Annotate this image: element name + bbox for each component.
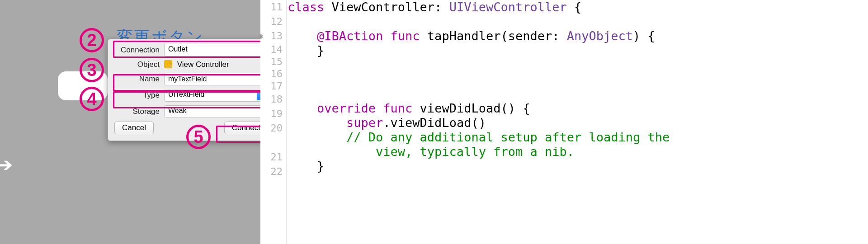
connection-select[interactable]: Outlet ▴▾ xyxy=(164,44,268,56)
storage-label: Storage xyxy=(114,107,164,116)
code-token: UIViewController xyxy=(449,0,567,14)
annotation-2-icon: 2 xyxy=(80,28,104,52)
line-number: 14 xyxy=(260,43,283,56)
object-label: Object xyxy=(114,60,164,69)
line-number: 13 xyxy=(260,29,283,43)
line-number: 22 xyxy=(260,164,283,179)
cancel-button[interactable]: Cancel xyxy=(114,122,154,134)
object-value: View Controller xyxy=(177,60,229,69)
code-token: @IBAction xyxy=(288,29,383,43)
line-number: 12 xyxy=(260,14,283,29)
line-number: 17 xyxy=(260,80,283,92)
storage-select-value: Weak xyxy=(168,107,187,114)
line-number: 16 xyxy=(260,68,283,80)
connection-label: Connection xyxy=(114,46,164,55)
name-field[interactable] xyxy=(164,73,268,85)
line-number-gutter: 11 12 13 14 15 16 17 18 19 20 21 22 xyxy=(260,0,287,244)
line-number: 18 xyxy=(260,92,283,107)
source-editor[interactable]: class ViewController: UIViewController {… xyxy=(288,0,868,244)
connection-popover: Connection Outlet ▴▾ Object View Control… xyxy=(108,39,275,141)
code-token: } xyxy=(288,159,324,173)
type-select[interactable]: UITextField ⌄ xyxy=(164,89,268,102)
storage-select[interactable]: Weak ▴▾ xyxy=(164,105,268,118)
line-number: 11 xyxy=(260,0,283,14)
line-number: 19 xyxy=(260,107,283,121)
code-token: func xyxy=(383,29,420,43)
code-token: tapHandler(sender: xyxy=(420,29,567,43)
connection-select-value: Outlet xyxy=(168,45,188,53)
code-token: // Do any additional setup after loading… xyxy=(288,130,670,144)
interface-builder-pane: 変更ボタン ➔ Connection Outlet ▴▾ Object View… xyxy=(0,0,260,244)
object-value-row: View Controller xyxy=(164,60,268,69)
code-token: ViewController: xyxy=(324,0,449,14)
code-token: override xyxy=(288,101,376,115)
annotation-5-icon: 5 xyxy=(186,125,211,149)
type-label: Type xyxy=(114,91,164,100)
annotation-4-icon: 4 xyxy=(80,87,104,111)
line-number: 15 xyxy=(260,56,283,68)
code-token: AnyObject xyxy=(567,29,633,43)
code-token: } xyxy=(288,43,324,57)
chevron-right-icon: ➔ xyxy=(0,155,13,174)
code-token: .viewDidLoad() xyxy=(383,116,486,130)
line-number: 20 xyxy=(260,121,283,136)
code-token: func xyxy=(376,101,412,115)
code-token: ) { xyxy=(633,29,655,43)
code-token: super xyxy=(288,116,383,130)
type-select-value: UITextField xyxy=(168,90,204,98)
line-number: 21 xyxy=(260,136,283,164)
code-token: class xyxy=(288,0,324,14)
viewcontroller-icon xyxy=(164,60,172,68)
code-token: view, typically from a nib. xyxy=(288,145,574,159)
name-label: Name xyxy=(114,75,164,84)
code-token: viewDidLoad() { xyxy=(412,101,530,115)
annotation-3-icon: 3 xyxy=(80,58,104,82)
code-token: { xyxy=(567,0,582,14)
